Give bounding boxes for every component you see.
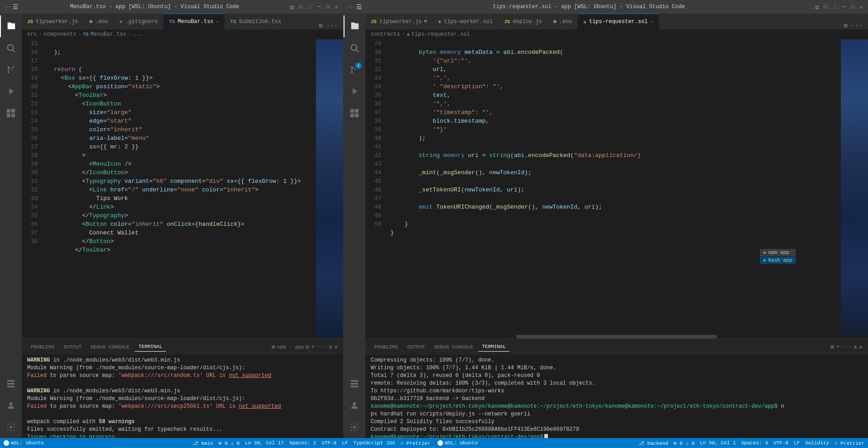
restore-icon-right[interactable]: □ (849, 4, 856, 10)
toggle-panel-icon[interactable]: □ (297, 4, 304, 10)
left-terminal-content[interactable]: WARNING in ./node_modules/web3/dist/web3… (22, 355, 343, 438)
branch-right[interactable]: ⎇ backend (638, 440, 668, 446)
restore-icon[interactable]: □ (325, 4, 331, 10)
breadcrumb-contracts[interactable]: contracts (371, 31, 400, 38)
tab-env-right[interactable]: ⚙ .env (548, 14, 578, 29)
tab-debug-right[interactable]: DEBUG CONSOLE (430, 343, 476, 352)
settings-icon-right[interactable] (344, 416, 365, 438)
tab-terminal-right[interactable]: TERMINAL (478, 342, 509, 352)
account-icon-left[interactable] (0, 395, 22, 416)
split-editor-icon-right[interactable]: ◫ (814, 4, 821, 10)
extensions-icon-right[interactable] (344, 102, 365, 124)
search-icon[interactable] (0, 37, 22, 59)
eol-left[interactable]: LF (342, 440, 348, 446)
tab-problems-left[interactable]: PROBLEMS (27, 343, 58, 352)
lang-left[interactable]: TypeScript JSX (354, 440, 395, 446)
remote-wsl-left[interactable]: WSL: Ubuntu (4, 440, 44, 446)
spaces-left[interactable]: Spaces: 2 (289, 440, 316, 446)
source-control-icon-right[interactable]: 1 (344, 59, 365, 81)
tab-output-left[interactable]: OUTPUT (60, 343, 85, 352)
prettier-right[interactable]: ✓ Prettier (835, 440, 864, 446)
terminal-close-right[interactable]: ✕ (859, 343, 863, 351)
search-icon-right[interactable] (344, 37, 365, 59)
encoding-right[interactable]: UTF-8 (774, 440, 788, 446)
terminal-tab-bash[interactable]: ▶ bash app (760, 257, 796, 264)
hamburger-left[interactable]: ☰ (13, 3, 19, 11)
breadcrumb-src[interactable]: src (27, 31, 37, 38)
tab-deploy[interactable]: JS deploy.js (499, 14, 548, 29)
settings-icon-left[interactable] (0, 416, 22, 438)
terminal-add-right[interactable]: + (836, 343, 840, 350)
close-icon-left[interactable]: ✕ (333, 4, 340, 10)
terminal-more-right[interactable]: ··· (841, 343, 852, 350)
tab-debug-left[interactable]: DEBUG CONSOLE (87, 343, 133, 352)
ln-col-right[interactable]: Ln 50, Col 1 (700, 440, 736, 446)
tab-env[interactable]: ⚙ .env (84, 14, 114, 29)
left-code-content[interactable]: ); return ( <Box sx={{ flexGrow: 1 }}> <… (43, 39, 316, 338)
eol-right[interactable]: LF (794, 440, 800, 446)
tab-submitjob[interactable]: TS SubmitJob.tsx (225, 14, 287, 29)
terminal-maximize-icon[interactable]: ∧ (329, 343, 332, 351)
ln-col-left[interactable]: Ln 38, Col 17 (245, 440, 284, 446)
svg-point-15 (351, 45, 357, 51)
encoding-left[interactable]: UTF-8 (321, 440, 336, 446)
breadcrumb-components[interactable]: components (44, 31, 76, 38)
lang-right[interactable]: Solidity (805, 440, 829, 446)
extensions-icon[interactable] (0, 102, 22, 124)
right-terminal-content[interactable]: Compressing objects: 100% (7/7), done. W… (365, 355, 868, 438)
tab-terminal-left[interactable]: TERMINAL (135, 342, 166, 352)
split-editor-btn[interactable]: ⊞ (317, 22, 324, 29)
run-debug-icon-right[interactable] (344, 81, 365, 102)
terminal-max-right[interactable]: ∧ (854, 343, 857, 351)
layout-icon[interactable]: ⋮ (306, 4, 314, 10)
remote-icon-left[interactable] (0, 373, 22, 395)
tab-output-right[interactable]: OUTPUT (404, 343, 429, 352)
split-editor-btn-right[interactable]: ⊞ (842, 22, 849, 29)
tab-menubar[interactable]: TS MenuBar.tsx ✕ (164, 14, 225, 29)
terminal-add-icon[interactable]: + (311, 343, 315, 350)
errors-left[interactable]: ⊗ 0 ⚠ 0 (219, 440, 240, 446)
layout-icon-right[interactable]: ⋮ (830, 4, 839, 10)
right-code-content[interactable]: bytes memory metaData = abi.encodePacked… (387, 39, 841, 335)
breadcrumb-file-right[interactable]: tips-requester.sol (411, 31, 470, 38)
files-icon-right[interactable] (344, 15, 365, 37)
terminal-split-icon[interactable]: ⊟ (306, 343, 309, 351)
terminal-close-icon[interactable]: ✕ (334, 343, 338, 351)
status-right-right: ⎇ backend ⊗ 0 ⚠ 0 Ln 50, Col 1 Spaces: 4… (638, 440, 864, 446)
terminal-more-icon[interactable]: ··· (316, 343, 327, 350)
run-debug-icon[interactable] (0, 81, 22, 102)
new-terminal-icon[interactable]: ⊞ (272, 343, 275, 351)
minimize-icon-right[interactable]: ─ (841, 4, 848, 10)
prettier-left[interactable]: ✓ Prettier (401, 440, 430, 446)
hamburger-right[interactable]: ☰ (356, 3, 362, 11)
spaces-right[interactable]: Spaces: 4 (741, 440, 768, 446)
files-icon[interactable] (0, 15, 22, 37)
right-terminal-tabs: PROBLEMS OUTPUT DEBUG CONSOLE TERMINAL ⊞… (365, 339, 868, 355)
more-tabs-btn-right[interactable]: ··· (849, 22, 864, 29)
account-icon-right[interactable] (344, 395, 365, 416)
terminal-tab-npm[interactable]: ▶ npm app (760, 249, 796, 256)
tab-tips-worker-sol[interactable]: ◆ tips-worker.sol (433, 14, 499, 29)
tab-gitignore[interactable]: ◈ .gitignore (114, 14, 164, 29)
errors-right[interactable]: ⊗ 0 ⚠ 0 (674, 440, 694, 446)
new-terminal-icon-right[interactable]: ⊞ (830, 343, 834, 351)
more-tabs-btn[interactable]: ··· (325, 22, 340, 29)
toggle-panel-icon-right[interactable]: □ (822, 4, 829, 10)
tab-problems-right[interactable]: PROBLEMS (371, 343, 402, 352)
tab-tipsworker-right[interactable]: JS tipsworker.js M (365, 14, 433, 29)
breadcrumb-file[interactable]: MenuBar.tsx (90, 31, 126, 38)
branch-left[interactable]: ⎇ main (193, 440, 213, 446)
remote-wsl-right[interactable]: WSL: Ubuntu (438, 440, 478, 446)
tab-close-requester[interactable]: ✕ (651, 19, 653, 24)
tab-tipsworker[interactable]: JS tipsworker.js (22, 14, 84, 29)
source-control-icon[interactable] (0, 59, 22, 81)
right-scrollbar-h[interactable] (365, 335, 868, 338)
breadcrumb-more[interactable]: ... (133, 31, 143, 38)
tab-tips-requester[interactable]: ◆ tips-requester.sol ✕ (578, 14, 659, 29)
svg-point-1 (8, 45, 14, 51)
split-editor-icon[interactable]: ◫ (289, 4, 296, 10)
close-icon-right[interactable]: ✕ (858, 4, 864, 10)
minimize-icon[interactable]: ─ (316, 4, 323, 10)
remote-icon-right[interactable] (344, 373, 365, 395)
tab-close-menubar[interactable]: ✕ (216, 19, 219, 24)
